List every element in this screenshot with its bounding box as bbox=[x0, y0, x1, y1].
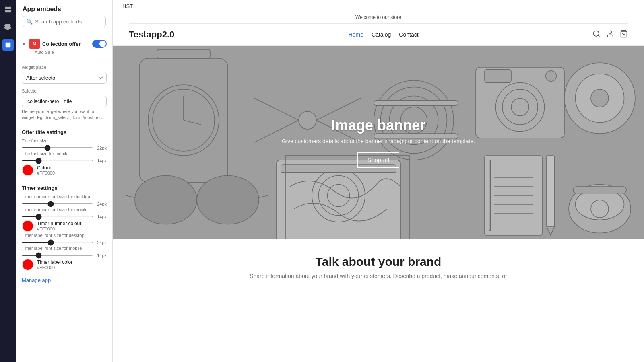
preview-area: HST Welcome to our store Testapp2.0 Home… bbox=[113, 0, 644, 362]
timer-label-desktop-value: 24px bbox=[95, 240, 107, 245]
collection-offer-item: ▼ M Collection offer Auto Sale bbox=[16, 35, 112, 58]
manage-app-link[interactable]: Manage app bbox=[16, 273, 112, 287]
widget-place-label: widget place bbox=[22, 65, 107, 70]
svg-point-30 bbox=[197, 176, 259, 224]
timer-settings-heading: Timer settings bbox=[22, 185, 107, 191]
svg-point-4 bbox=[594, 31, 599, 36]
collection-offer-title: Collection offer bbox=[42, 41, 80, 47]
timer-desktop-row: 24px bbox=[22, 202, 107, 206]
timer-desktop-label: Timer number font size for desktop bbox=[22, 194, 107, 199]
timer-label-desktop-slider[interactable] bbox=[22, 242, 93, 243]
svg-point-51 bbox=[591, 89, 609, 107]
timer-label-colour-label: Timer label color bbox=[37, 259, 72, 265]
title-font-size-label: Title font size bbox=[22, 138, 107, 143]
widget-place-section: widget place After selector Before selec… bbox=[16, 62, 112, 85]
timer-number-colour-row: Timer number colour #FF0000 bbox=[22, 220, 107, 232]
nav-link-contact[interactable]: Contact bbox=[399, 31, 418, 38]
store-header: Welcome to our store Testapp2.0 Home Cat… bbox=[113, 11, 644, 46]
colour-hex: #FF0000 bbox=[37, 171, 55, 175]
hero-shop-all-button[interactable]: Shop all bbox=[357, 152, 400, 168]
timer-label-desktop-label: Timer label font size for desktop bbox=[22, 233, 107, 238]
search-box[interactable]: 🔍 bbox=[23, 16, 106, 27]
svg-rect-3 bbox=[8, 10, 11, 12]
timer-desktop-slider[interactable] bbox=[22, 203, 93, 204]
blocks-nav-icon[interactable] bbox=[2, 39, 14, 51]
svg-line-32 bbox=[126, 195, 135, 198]
offer-title-heading: Offer title settings bbox=[22, 129, 107, 135]
store-nav: Testapp2.0 Home Catalog Contact bbox=[129, 24, 628, 45]
timer-label-colour-row: Timer label color #FF0000 bbox=[22, 259, 107, 271]
search-input[interactable] bbox=[35, 19, 102, 25]
svg-rect-8 bbox=[157, 49, 210, 58]
hero-overlay-text: Image banner Give customers details abou… bbox=[282, 117, 475, 168]
store-logo: Testapp2.0 bbox=[129, 29, 174, 40]
svg-rect-40 bbox=[489, 160, 490, 231]
collection-offer-toggle[interactable] bbox=[92, 40, 107, 48]
collection-offer-icon: M bbox=[29, 39, 40, 49]
store-title-bar: HST bbox=[113, 0, 644, 11]
search-icon: 🔍 bbox=[26, 19, 33, 25]
timer-mobile-slider[interactable] bbox=[22, 216, 93, 217]
timer-number-colour-label: Timer number colour bbox=[37, 221, 81, 226]
title-font-size-slider[interactable] bbox=[22, 147, 93, 148]
collection-offer-header: ▼ M Collection offer bbox=[22, 39, 107, 49]
svg-rect-2 bbox=[5, 10, 8, 12]
svg-point-29 bbox=[135, 176, 197, 224]
timer-label-mobile-row: 14px bbox=[22, 253, 107, 258]
store-nav-icons bbox=[592, 30, 628, 39]
icon-nav bbox=[0, 0, 16, 362]
timer-label-colour-swatch[interactable] bbox=[22, 259, 34, 271]
cart-nav-icon[interactable] bbox=[620, 30, 628, 39]
timer-label-mobile-slider[interactable] bbox=[22, 255, 93, 256]
colour-label: Colour bbox=[37, 165, 55, 171]
timer-mobile-value: 14px bbox=[95, 214, 107, 219]
hero-description: Give customers details about the banner … bbox=[282, 138, 475, 144]
store-topbar: Welcome to our store bbox=[129, 11, 628, 24]
hero-banner: Image banner Give customers details abou… bbox=[113, 46, 644, 239]
selector-label: Selector bbox=[22, 88, 107, 93]
title-font-size-mobile-slider[interactable] bbox=[22, 160, 93, 161]
selector-section: Selector Define your target where you wa… bbox=[16, 85, 112, 123]
selector-hint: Define your target where you want to wid… bbox=[22, 109, 107, 121]
svg-rect-0 bbox=[5, 7, 8, 9]
svg-point-5 bbox=[609, 31, 612, 34]
timer-label-mobile-value: 14px bbox=[95, 253, 107, 258]
title-font-size-value: 22px bbox=[95, 146, 107, 150]
brand-section: Talk about your brand Share information … bbox=[113, 239, 644, 287]
account-nav-icon[interactable] bbox=[606, 30, 614, 39]
timer-label-mobile-label: Timer label font size for mobile bbox=[22, 246, 107, 251]
timer-number-colour-swatch[interactable] bbox=[22, 220, 34, 232]
widget-place-select[interactable]: After selector Before selector Prepend A… bbox=[22, 72, 107, 84]
store-nav-links: Home Catalog Contact bbox=[349, 31, 419, 38]
timer-mobile-row: 14px bbox=[22, 214, 107, 219]
brand-title: Talk about your brand bbox=[129, 255, 628, 269]
timer-label-desktop-row: 24px bbox=[22, 240, 107, 245]
search-nav-icon[interactable] bbox=[592, 30, 601, 39]
divider-1 bbox=[22, 60, 107, 60]
selector-input[interactable] bbox=[22, 96, 107, 107]
chevron-down-icon[interactable]: ▼ bbox=[22, 41, 26, 46]
svg-point-28 bbox=[546, 71, 556, 81]
sidebar-title: App embeds bbox=[23, 6, 106, 13]
hero-title: Image banner bbox=[282, 117, 475, 134]
svg-line-33 bbox=[259, 195, 268, 198]
colour-swatch[interactable] bbox=[22, 164, 34, 176]
svg-line-13 bbox=[184, 120, 201, 125]
svg-marker-48 bbox=[547, 226, 555, 235]
title-font-size-row: 22px bbox=[22, 146, 107, 150]
nav-link-home[interactable]: Home bbox=[349, 31, 363, 38]
colour-row: Colour #FF0000 bbox=[22, 164, 107, 176]
main-content: HST Welcome to our store Testapp2.0 Home… bbox=[113, 0, 644, 362]
sidebar-header: App embeds 🔍 bbox=[16, 0, 112, 31]
title-font-size-mobile-label: Title font size for mobile bbox=[22, 151, 107, 156]
store-title: HST bbox=[122, 3, 133, 9]
timer-number-colour-info: Timer number colour #FF0000 bbox=[37, 221, 81, 231]
nav-link-catalog[interactable]: Catalog bbox=[372, 31, 391, 38]
timer-desktop-value: 24px bbox=[95, 202, 107, 206]
gear-nav-icon[interactable] bbox=[2, 22, 14, 33]
grid-nav-icon[interactable] bbox=[2, 4, 14, 15]
timer-label-colour-hex: #FF0000 bbox=[37, 265, 72, 270]
timer-settings-section: Timer settings Timer number font size fo… bbox=[16, 182, 112, 273]
svg-rect-27 bbox=[485, 70, 511, 83]
sidebar-panel: App embeds 🔍 ▼ M Collection offer Auto S… bbox=[16, 0, 113, 362]
